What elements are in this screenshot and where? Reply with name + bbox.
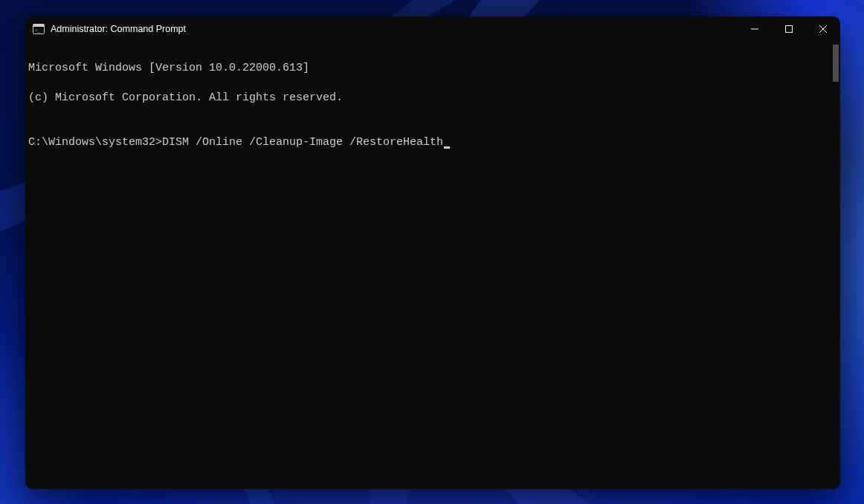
- typed-command: DISM /Online /Cleanup-Image /RestoreHeal…: [162, 135, 443, 150]
- output-line: (c) Microsoft Corporation. All rights re…: [28, 91, 837, 106]
- vertical-scrollbar-thumb[interactable]: [833, 45, 839, 82]
- titlebar[interactable]: >_ Administrator: Command Prompt: [25, 16, 840, 42]
- minimize-button[interactable]: [738, 16, 772, 42]
- terminal-output[interactable]: Microsoft Windows [Version 10.0.22000.61…: [25, 42, 840, 489]
- text-cursor: [444, 146, 450, 149]
- maximize-button[interactable]: [772, 16, 806, 42]
- svg-rect-4: [786, 26, 793, 33]
- close-button[interactable]: [806, 16, 840, 42]
- output-line: Microsoft Windows [Version 10.0.22000.61…: [28, 61, 837, 76]
- svg-rect-1: [33, 25, 44, 27]
- svg-text:>_: >_: [35, 28, 40, 33]
- command-prompt-window: >_ Administrator: Command Prompt Microso…: [25, 16, 840, 489]
- command-prompt-icon: >_: [33, 24, 45, 34]
- prompt-path: C:\Windows\system32>: [28, 135, 162, 150]
- window-title: Administrator: Command Prompt: [51, 24, 186, 34]
- prompt-line: C:\Windows\system32>DISM /Online /Cleanu…: [28, 135, 837, 150]
- window-controls: [738, 16, 840, 42]
